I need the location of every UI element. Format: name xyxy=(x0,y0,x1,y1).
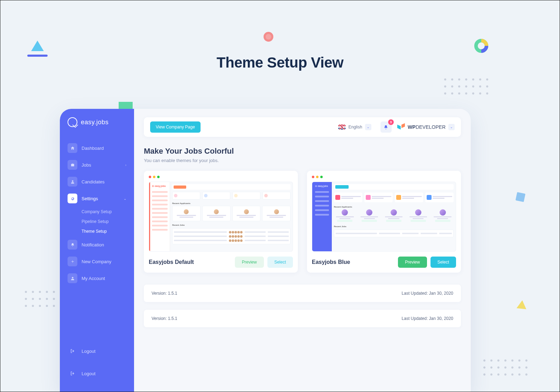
logout-icon xyxy=(68,369,77,378)
logo-icon xyxy=(68,117,77,127)
brand-logo-icon xyxy=(397,123,405,131)
chevron-right-icon: › xyxy=(125,163,126,167)
theme-preview-image: ⊙ easy.jobs Recent Applicants xyxy=(312,182,456,252)
sidebar-item-label: Jobs xyxy=(82,162,91,168)
sidebar-sub-pipeline-setup[interactable]: Pipeline Setup xyxy=(60,217,134,226)
svg-point-1 xyxy=(72,277,73,278)
logout-button[interactable]: Logout xyxy=(60,340,134,362)
deco-dots xyxy=(483,359,527,376)
select-button[interactable]: Select xyxy=(430,257,456,268)
logout-button[interactable]: Logout xyxy=(60,362,134,385)
sidebar-item-new-company[interactable]: ＋ New Company xyxy=(60,253,134,270)
brand-label: WPDEVELOPER xyxy=(408,124,446,130)
page-title: Theme Setup View xyxy=(217,54,343,71)
language-label: English xyxy=(348,125,362,130)
chevron-down-icon: ⌄ xyxy=(448,124,455,130)
theme-card-default: ⊙ easy.jobs Recent Applicants xyxy=(144,171,298,273)
plus-icon: ＋ xyxy=(68,257,77,266)
user-icon xyxy=(68,273,77,283)
preview-button[interactable]: Preview xyxy=(235,257,264,268)
svg-point-0 xyxy=(72,180,73,182)
chevron-down-icon: ⌄ xyxy=(124,197,126,201)
theme-name: Easyjobs Default xyxy=(149,259,194,265)
theme-preview-image: ⊙ easy.jobs Recent Applicants xyxy=(149,182,293,252)
updated-text: Last Updated: Jan 30, 2020 xyxy=(402,291,453,296)
sidebar-item-label: Candidates xyxy=(82,179,105,184)
sidebar-item-dashboard[interactable]: Dashboard xyxy=(60,140,134,156)
sidebar-item-label: New Company xyxy=(82,259,111,264)
deco-triangle-yellow xyxy=(517,300,527,309)
updated-text: Last Updated: Jan 30, 2020 xyxy=(402,316,453,321)
logo: easy.jobs xyxy=(60,117,134,140)
view-company-button[interactable]: View Company Page xyxy=(150,121,201,133)
sidebar-item-label: Notification xyxy=(82,242,104,247)
sidebar-item-notification[interactable]: Notification xyxy=(60,236,134,253)
brand-selector[interactable]: WPDEVELOPER ⌄ xyxy=(397,123,455,131)
sidebar-item-jobs[interactable]: Jobs › xyxy=(60,156,134,173)
gear-icon xyxy=(68,194,77,203)
notification-button[interactable]: 3 xyxy=(380,121,392,133)
theme-name: Easyjobs Blue xyxy=(312,259,350,265)
deco-dots xyxy=(444,78,488,94)
sidebar-item-label: Logout xyxy=(82,371,96,376)
deco-circle-pink xyxy=(264,32,273,42)
sidebar-sub-theme-setup[interactable]: Theme Setup xyxy=(60,226,134,236)
sidebar-item-my-account[interactable]: My Account xyxy=(60,270,134,287)
version-text: Version: 1.5.1 xyxy=(152,316,177,321)
briefcase-icon xyxy=(68,160,77,170)
sidebar-item-label: Logout xyxy=(82,349,96,354)
main-content: View Company Page English ⌄ 3 WPDEVELOPE… xyxy=(134,109,471,392)
sidebar-item-label: My Account xyxy=(82,276,105,281)
deco-line xyxy=(27,55,48,57)
nav: Dashboard Jobs › Candidates Settings xyxy=(60,140,134,340)
language-selector[interactable]: English ⌄ xyxy=(335,122,374,132)
deco-square-blue xyxy=(516,192,525,202)
user-icon xyxy=(68,177,77,187)
select-button[interactable]: Select xyxy=(267,257,293,268)
flag-icon xyxy=(338,125,345,130)
deco-ring xyxy=(474,39,488,53)
bell-icon xyxy=(383,125,388,130)
notification-badge: 3 xyxy=(388,119,394,125)
logout-icon xyxy=(68,346,77,356)
version-bar: Version: 1.5.1 Last Updated: Jan 30, 202… xyxy=(144,310,461,327)
traffic-lights-icon xyxy=(149,176,293,178)
chevron-down-icon: ⌄ xyxy=(365,124,371,130)
sidebar-item-label: Settings xyxy=(82,196,98,201)
sidebar-sub-company-setup[interactable]: Company Setup xyxy=(60,207,134,217)
version-text: Version: 1.5.1 xyxy=(152,291,177,296)
section-heading: Make Your Jobs Colorful xyxy=(144,147,461,156)
version-bar: Version: 1.5.1 Last Updated: Jan 30, 202… xyxy=(144,285,461,302)
topbar: View Company Page English ⌄ 3 WPDEVELOPE… xyxy=(144,117,461,137)
section-subtitle: You can enable themes for your jobs. xyxy=(144,158,461,163)
sidebar-item-settings[interactable]: Settings ⌄ xyxy=(60,190,134,207)
traffic-lights-icon xyxy=(312,176,456,178)
home-icon xyxy=(68,143,77,153)
section-title: Make Your Jobs Colorful xyxy=(144,147,461,156)
preview-button[interactable]: Preview xyxy=(398,257,427,268)
bell-icon xyxy=(68,240,77,250)
deco-triangle xyxy=(31,41,44,51)
sidebar-item-candidates[interactable]: Candidates xyxy=(60,173,134,190)
sidebar-item-label: Dashboard xyxy=(82,146,104,151)
theme-card-blue: ⊙ easy.jobs Recent Applicants xyxy=(307,171,461,273)
sidebar: easy.jobs Dashboard Jobs › Candidate xyxy=(60,109,134,392)
sidebar-footer: Logout Logout xyxy=(60,340,134,392)
app-window: easy.jobs Dashboard Jobs › Candidate xyxy=(60,109,471,392)
theme-grid: ⊙ easy.jobs Recent Applicants xyxy=(144,171,461,273)
logo-text: easy.jobs xyxy=(81,119,108,126)
